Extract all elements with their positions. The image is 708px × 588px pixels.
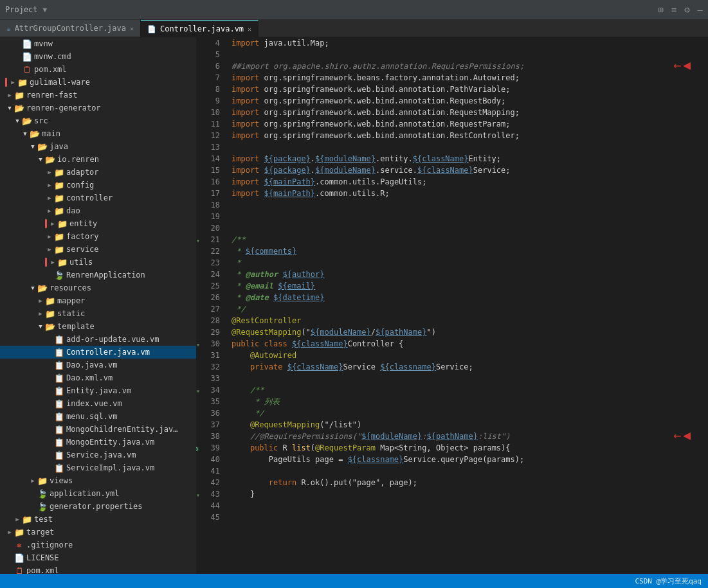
icon-license: 📄	[14, 553, 24, 563]
arrow-adaptor: ▶	[45, 169, 54, 175]
icon-dao: 📁	[54, 206, 64, 216]
sidebar-item-template[interactable]: ▼ 📂 template	[0, 320, 196, 333]
label-renren-fast: renren-fast	[26, 91, 194, 100]
sidebar-item-main[interactable]: ▼ 📂 main	[0, 127, 196, 140]
arrow-renren-fast: ▶	[5, 92, 14, 98]
sidebar-item-renren-fast[interactable]: ▶ 📁 renren-fast	[0, 89, 196, 102]
label-config: config	[66, 181, 194, 190]
arrow-factory: ▶	[45, 233, 54, 240]
sidebar-item-pom-xml[interactable]: 🗒 pom.xml	[0, 63, 196, 76]
gutter-line-13: 13	[196, 141, 220, 153]
label-license: LICENSE	[26, 553, 194, 562]
label-adaptor: adaptor	[66, 168, 194, 177]
sidebar-item-io-renren[interactable]: ▼ 📂 io.renren	[0, 153, 196, 166]
sidebar-item-serviceimpl-vm[interactable]: 📋 ServiceImpl.java.vm	[0, 461, 196, 474]
sidebar-item-controller[interactable]: ▶ 📁 controller	[0, 192, 196, 204]
sidebar-item-license[interactable]: 📄 LICENSE	[0, 551, 196, 564]
sidebar-item-controller-vm[interactable]: 📋 Controller.java.vm	[0, 346, 196, 359]
gutter-line-10: 10	[196, 107, 220, 118]
code-line-45	[231, 512, 694, 523]
sidebar-item-service[interactable]: ▶ 📁 service	[0, 243, 196, 256]
sidebar-item-config[interactable]: ▶ 📁 config	[0, 179, 196, 192]
sidebar-item-views[interactable]: ▶ 📁 views	[0, 474, 196, 487]
sidebar-item-mvnw-cmd[interactable]: 📄 mvnw.cmd	[0, 50, 196, 63]
sidebar-item-menu-sql-vm[interactable]: 📋 menu.sql.vm	[0, 410, 196, 423]
code-editor[interactable]: import java.util.Map; ##import org.apach…	[225, 37, 700, 574]
gutter-line-36: 36	[196, 407, 220, 419]
tab-controller-vm[interactable]: 📄 Controller.java.vm ✕	[141, 20, 259, 37]
sidebar-item-application-yml[interactable]: 🍃 application.yml	[0, 487, 196, 500]
sidebar-item-renrenapp[interactable]: 🍃 RenrenApplication	[0, 269, 196, 281]
title-dropdown-icon[interactable]: ▼	[43, 6, 48, 14]
expand-icon[interactable]: ⊞	[658, 4, 663, 15]
code-line-37: @RequestMapping("/list")	[231, 419, 694, 431]
line-gutter: 4 5 6 7 8 9 10 11 12 13 14 15 16 17 18 1…	[196, 37, 225, 574]
label-gitignore: .gitignore	[26, 540, 194, 549]
sidebar-item-factory[interactable]: ▶ 📁 factory	[0, 230, 196, 243]
sidebar-item-adaptor[interactable]: ▶ 📁 adaptor	[0, 166, 196, 179]
sidebar-item-entity-vm[interactable]: 📋 Entity.java.vm	[0, 384, 196, 397]
icon-index-vue-vm: 📋	[54, 399, 64, 409]
code-line-31: @Autowired	[231, 350, 694, 361]
sidebar-item-mvnw[interactable]: 📄 mvnw	[0, 37, 196, 50]
gutter-line-21: ▾21	[196, 234, 220, 245]
gutter-line-30: ▾30	[196, 338, 220, 350]
sidebar-item-generator-prop[interactable]: 🍃 generator.properties	[0, 500, 196, 513]
gutter-line-8: 8	[196, 84, 220, 95]
sidebar-item-mapper[interactable]: ▶ 📁 mapper	[0, 294, 196, 307]
sidebar-item-utils[interactable]: ▶ 📁 utils	[0, 256, 196, 269]
arrow-service: ▶	[45, 246, 54, 253]
label-mvnw-cmd: mvnw.cmd	[34, 52, 194, 61]
sidebar-item-mongo-children[interactable]: 📋 MongoChildrenEntity.java.vm	[0, 423, 196, 436]
arrow-config: ▶	[45, 182, 54, 188]
label-resources: resources	[50, 283, 194, 292]
sidebar-item-src[interactable]: ▼ 📂 src	[0, 114, 196, 127]
code-line-32: private ${className}Service ${classname}…	[231, 361, 694, 373]
code-line-8: import org.springframework.web.bind.anno…	[231, 84, 694, 95]
sidebar-item-test[interactable]: ▶ 📁 test	[0, 513, 196, 526]
label-application-yml: application.yml	[50, 489, 194, 498]
sidebar-item-pom-xml2[interactable]: 🗒 pom.xml	[0, 564, 196, 574]
sidebar-item-resources[interactable]: ▼ 📂 resources	[0, 281, 196, 294]
sidebar-item-target[interactable]: ▶ 📁 target	[0, 526, 196, 539]
icon-utils: 📁	[57, 258, 68, 267]
sidebar-item-index-vue-vm[interactable]: 📋 index.vue.vm	[0, 397, 196, 410]
tab-controller-vm-close[interactable]: ✕	[248, 26, 251, 33]
scrollbar-rail	[700, 37, 708, 574]
sidebar-item-entity[interactable]: ▶ 📁 entity	[0, 217, 196, 230]
sidebar-item-dao-xml-vm[interactable]: 📋 Dao.xml.vm	[0, 371, 196, 384]
label-test: test	[34, 515, 194, 524]
label-generator-prop: generator.properties	[50, 502, 194, 511]
code-line-19	[231, 211, 694, 222]
sidebar-item-gitignore[interactable]: ⎈ .gitignore	[0, 539, 196, 551]
sidebar[interactable]: 📄 mvnw 📄 mvnw.cmd 🗒 pom.xml ▶ 📁 gulimall…	[0, 37, 196, 574]
gutter-line-22: 22	[196, 245, 220, 257]
sidebar-item-renren-generator[interactable]: ▼ 📂 renren-generator	[0, 102, 196, 114]
code-line-40: PageUtils page = ${classname}Service.que…	[231, 454, 694, 465]
code-line-27: */	[231, 303, 694, 315]
settings-icon[interactable]: ⚙	[684, 4, 689, 15]
sidebar-item-dao-vm[interactable]: 📋 Dao.java.vm	[0, 359, 196, 371]
label-main: main	[42, 129, 194, 138]
arrow-test: ▶	[13, 516, 22, 522]
sort-icon[interactable]: ≡	[671, 4, 676, 15]
sidebar-item-static[interactable]: ▶ 📁 static	[0, 307, 196, 320]
tab-attrgroup-close[interactable]: ✕	[130, 25, 134, 32]
sidebar-item-mongo-entity[interactable]: 📋 MongoEntity.java.vm	[0, 436, 196, 449]
code-line-21: /**	[231, 234, 694, 245]
sidebar-item-service-vm[interactable]: 📋 Service.java.vm	[0, 449, 196, 461]
sidebar-item-add-or-update[interactable]: 📋 add-or-update.vue.vm	[0, 333, 196, 346]
icon-renrenapp: 🍃	[54, 271, 64, 280]
label-utils: utils	[69, 258, 194, 267]
sidebar-item-gulimall-ware[interactable]: ▶ 📁 gulimall-ware	[0, 76, 196, 89]
code-line-34: /**	[231, 384, 694, 396]
code-line-11: import org.springframework.web.bind.anno…	[231, 118, 694, 130]
sidebar-item-dao[interactable]: ▶ 📁 dao	[0, 204, 196, 217]
icon-gitignore: ⎈	[14, 540, 24, 550]
code-line-39: public R list(@RequestParam Map<String, …	[231, 442, 694, 454]
code-line-42: return R.ok().put("page", page);	[231, 477, 694, 488]
collapse-icon[interactable]: —	[698, 4, 703, 15]
sidebar-item-java[interactable]: ▼ 📂 java	[0, 140, 196, 153]
tab-attrgroup[interactable]: ☕ AttrGroupController.java ✕	[0, 20, 141, 37]
code-line-6: ##import org.apache.shiro.authz.annotati…	[231, 60, 694, 72]
